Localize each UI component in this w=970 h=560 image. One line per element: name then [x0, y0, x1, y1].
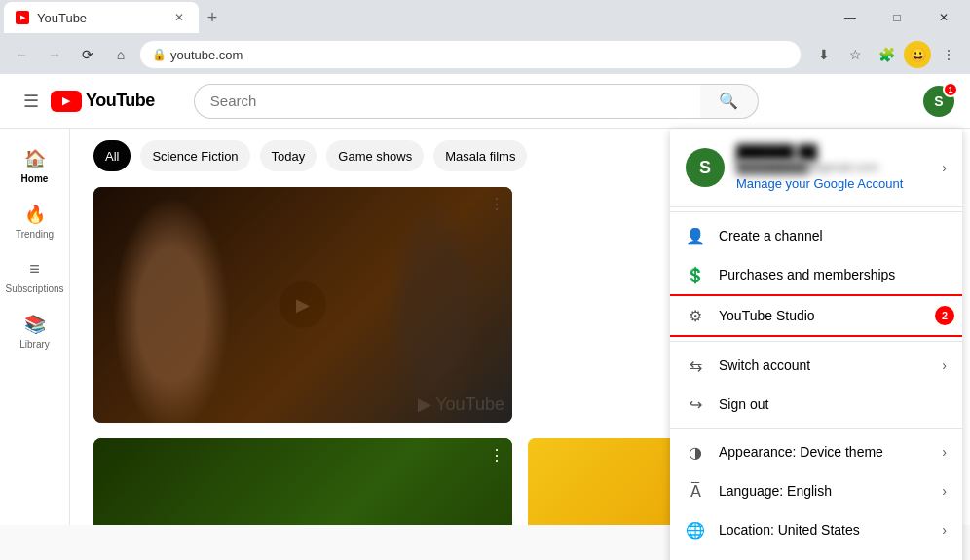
tab-close-button[interactable]: ✕ — [171, 10, 187, 25]
dropdown-account: S ██████ ██ ████████@gmail.com Manage yo… — [670, 129, 962, 207]
video-thumb-2[interactable]: 🌲 ⋮ — [93, 438, 512, 525]
dd-yt-studio[interactable]: ⚙ YouTube Studio — [670, 294, 962, 337]
switch-account-arrow: › — [942, 357, 947, 373]
filter-game-shows[interactable]: Game shows — [326, 140, 424, 171]
dd-language-label: Language: English — [719, 483, 928, 499]
dd-language[interactable]: A̅ Language: English › — [670, 471, 962, 510]
dd-sign-out-label: Sign out — [719, 396, 947, 412]
yt-sidebar: 🏠 Home 🔥 Trending ≡ Subscriptions 📚 Libr… — [0, 129, 70, 525]
yt-search: 🔍 — [194, 84, 759, 119]
subscriptions-label: Subscriptions — [5, 283, 63, 294]
more-options-2[interactable]: ⋮ — [489, 446, 504, 465]
dd-divider-1 — [670, 211, 962, 212]
yt-logo-icon — [51, 91, 82, 112]
dd-divider-2 — [670, 341, 962, 342]
location-arrow: › — [942, 522, 947, 538]
library-label: Library — [19, 339, 50, 350]
yt-studio-gear-icon: ⚙ — [686, 306, 705, 325]
dd-chevron-icon: › — [942, 160, 947, 175]
home-label: Home — [21, 173, 49, 184]
dd-appearance[interactable]: ◑ Appearance: Device theme › — [670, 432, 962, 471]
profile-icon[interactable]: 😀 — [904, 41, 931, 68]
yt-studio-badge: 2 — [935, 306, 954, 325]
home-nav-button[interactable]: ⌂ — [107, 41, 134, 68]
filter-masala-films[interactable]: Masala films — [433, 140, 527, 171]
menu-button[interactable]: ☰ — [16, 83, 47, 120]
appearance-arrow: › — [942, 444, 947, 460]
dd-account-name: ██████ ██ — [736, 144, 930, 160]
browser-chrome: YouTube ✕ + — □ ✕ ← → ⟳ ⌂ 🔒 youtube.com … — [0, 0, 970, 74]
dd-purchases[interactable]: 💲 Purchases and memberships — [670, 255, 962, 294]
dd-purchases-label: Purchases and memberships — [719, 267, 947, 282]
dd-switch-account-label: Switch account — [719, 357, 928, 373]
tab-favicon — [16, 11, 29, 24]
dd-sign-out[interactable]: ↪ Sign out — [670, 385, 962, 424]
dd-avatar: S — [686, 148, 725, 187]
search-button[interactable]: 🔍 — [700, 84, 759, 119]
tab-title: YouTube — [37, 11, 87, 25]
maximize-button[interactable]: □ — [875, 0, 919, 35]
yt-logo-text: YouTube — [86, 91, 155, 111]
youtube-app: ☰ YouTube 🔍 S 1 🏠 Home 🔥 Trending — [0, 74, 970, 525]
dd-appearance-label: Appearance: Device theme — [719, 444, 928, 460]
location-icon: 🌐 — [686, 520, 705, 540]
sidebar-item-library[interactable]: 📚 Library — [2, 306, 68, 357]
dd-account-email: ████████@gmail.com — [736, 160, 930, 174]
dd-switch-account[interactable]: ⇆ Switch account › — [670, 346, 962, 385]
sidebar-item-subscriptions[interactable]: ≡ Subscriptions — [2, 251, 68, 302]
dd-settings[interactable]: ⚙ Settings — [670, 549, 962, 560]
forward-button[interactable]: → — [41, 41, 68, 68]
sign-out-icon: ↪ — [686, 394, 705, 414]
header-right: S 1 — [923, 86, 954, 117]
purchases-icon: 💲 — [686, 265, 705, 284]
library-icon: 📚 — [24, 314, 46, 335]
yt-header: ☰ YouTube 🔍 S 1 — [0, 74, 970, 129]
extensions-icon[interactable]: 🧩 — [873, 41, 900, 68]
address-input[interactable]: 🔒 youtube.com — [140, 41, 801, 68]
refresh-button[interactable]: ⟳ — [74, 41, 101, 68]
filter-science-fiction[interactable]: Science Fiction — [140, 140, 249, 171]
language-arrow: › — [942, 483, 947, 499]
dd-yt-studio-wrapper: ⚙ YouTube Studio 2 — [670, 294, 962, 337]
sidebar-item-trending[interactable]: 🔥 Trending — [2, 196, 68, 247]
user-avatar[interactable]: S 1 — [923, 86, 954, 117]
sidebar-item-home[interactable]: 🏠 Home — [2, 140, 68, 192]
avatar-badge: 1 — [943, 82, 958, 97]
language-icon: A̅ — [686, 481, 705, 501]
more-options-icon[interactable]: ⋮ — [935, 41, 962, 68]
dd-yt-studio-label: YouTube Studio — [719, 308, 947, 323]
trending-icon: 🔥 — [24, 204, 46, 225]
dropdown-menu: S ██████ ██ ████████@gmail.com Manage yo… — [670, 129, 962, 560]
create-channel-icon: 👤 — [686, 226, 705, 245]
bookmark-icon[interactable]: ☆ — [841, 41, 869, 68]
dd-location-label: Location: United States — [719, 522, 928, 538]
filter-today[interactable]: Today — [260, 140, 317, 171]
trending-label: Trending — [16, 229, 54, 240]
address-text: youtube.com — [170, 48, 242, 62]
filter-all[interactable]: All — [93, 140, 131, 171]
new-tab-button[interactable]: + — [199, 4, 226, 31]
close-button[interactable]: ✕ — [921, 0, 966, 35]
dd-divider-3 — [670, 428, 962, 429]
switch-account-icon: ⇆ — [686, 355, 705, 375]
appearance-icon: ◑ — [686, 442, 705, 462]
window-controls: — □ ✕ — [828, 0, 966, 35]
subscriptions-icon: ≡ — [29, 259, 40, 280]
dd-location[interactable]: 🌐 Location: United States › — [670, 510, 962, 549]
back-button[interactable]: ← — [8, 41, 35, 68]
minimize-button[interactable]: — — [828, 0, 873, 35]
home-icon: 🏠 — [24, 148, 46, 169]
active-tab[interactable]: YouTube ✕ — [4, 2, 199, 33]
address-bar: ← → ⟳ ⌂ 🔒 youtube.com ⬇ ☆ 🧩 😀 ⋮ — [0, 35, 970, 74]
dd-manage-link[interactable]: Manage your Google Account — [736, 176, 930, 191]
search-input[interactable] — [194, 84, 700, 119]
yt-logo[interactable]: YouTube — [51, 91, 155, 112]
dd-account-info: ██████ ██ ████████@gmail.com Manage your… — [736, 144, 930, 191]
dd-create-channel[interactable]: 👤 Create a channel — [670, 216, 962, 255]
tab-bar: YouTube ✕ + — □ ✕ — [0, 0, 970, 35]
toolbar-icons: ⬇ ☆ 🧩 😀 ⋮ — [810, 41, 962, 68]
download-icon[interactable]: ⬇ — [810, 41, 838, 68]
dd-create-channel-label: Create a channel — [719, 228, 947, 243]
video-thumb-1[interactable]: ▶ ▶ YouTube ⋮ — [93, 187, 512, 423]
